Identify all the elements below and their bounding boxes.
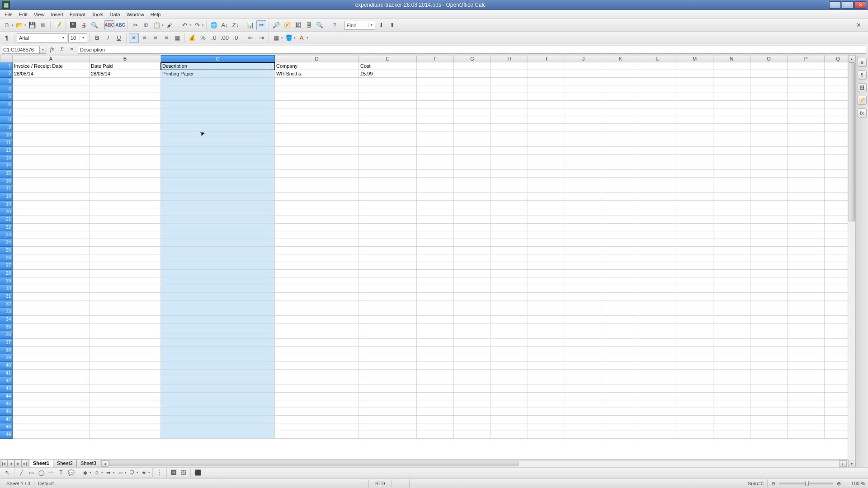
italic-icon[interactable]: I [103,33,113,43]
zoom-out-icon[interactable]: ⊖ [771,479,775,488]
cell[interactable] [491,370,528,377]
row-header[interactable]: 35 [0,324,13,331]
cell[interactable] [90,400,161,408]
cell[interactable] [90,316,161,324]
cell[interactable] [161,300,275,308]
cell[interactable] [713,324,750,331]
cell[interactable] [417,162,454,170]
cell[interactable] [417,316,454,324]
cell[interactable] [713,93,750,101]
cell[interactable] [13,300,90,308]
cell[interactable] [417,300,454,308]
cell[interactable] [528,178,565,185]
cell[interactable] [750,178,788,185]
cell[interactable] [639,354,676,362]
cell[interactable] [454,347,491,354]
cell[interactable] [676,393,713,400]
cell[interactable] [161,339,275,347]
cell[interactable] [491,431,528,439]
cell[interactable] [825,285,848,293]
formula-input[interactable] [78,46,866,54]
cell[interactable] [90,155,161,162]
row-header[interactable]: 27 [0,262,13,270]
cell[interactable] [750,224,788,231]
cell[interactable] [528,277,565,285]
status-sum[interactable]: Sum=0 [410,479,768,488]
cell[interactable] [713,170,750,178]
cell[interactable] [528,400,565,408]
row-header[interactable]: 25 [0,247,13,254]
cell[interactable] [565,316,602,324]
cell[interactable] [825,370,848,377]
cell[interactable] [13,393,90,400]
cell[interactable] [161,216,275,224]
row-header[interactable]: 39 [0,354,13,362]
cell[interactable] [417,423,454,431]
tab-nav-prev[interactable]: ◂ [7,460,14,467]
cell[interactable] [359,324,417,331]
sidebar-functions-icon[interactable]: fx [858,108,867,117]
cell[interactable] [639,162,676,170]
cell[interactable] [713,178,750,185]
cell[interactable] [13,170,90,178]
cell[interactable] [565,385,602,393]
name-box[interactable] [2,46,40,54]
cell[interactable] [359,339,417,347]
cell[interactable] [90,247,161,254]
cell[interactable] [825,224,848,231]
cell[interactable] [639,308,676,316]
sort-desc-icon[interactable]: Z↓ [231,20,241,30]
symbol-shapes-icon[interactable]: ☺ [92,468,101,477]
cell[interactable] [528,108,565,116]
cell[interactable] [161,370,275,377]
cell[interactable] [454,316,491,324]
stars-icon[interactable]: ★ [139,468,148,477]
cell[interactable] [676,239,713,247]
cell[interactable] [825,78,848,85]
cell[interactable] [13,201,90,208]
row-header[interactable]: 1 [0,62,13,70]
cell[interactable] [359,208,417,216]
cell[interactable] [825,216,848,224]
cell[interactable] [676,293,713,300]
cell[interactable] [825,254,848,262]
cell[interactable] [528,347,565,354]
cell[interactable] [161,131,275,139]
cell[interactable] [454,400,491,408]
cell[interactable] [491,85,528,93]
cell[interactable] [13,308,90,316]
cell[interactable] [788,362,825,370]
row-header[interactable]: 43 [0,385,13,393]
cell[interactable] [528,308,565,316]
cell[interactable] [454,178,491,185]
cell[interactable] [359,354,417,362]
cell[interactable] [676,362,713,370]
cell[interactable] [161,347,275,354]
spreadsheet-grid[interactable]: ABCDEFGHIJKLMNOPQ 1Invoice / Receipt Dat… [0,55,848,459]
cell[interactable] [788,147,825,155]
zoom-in-icon[interactable]: ⊕ [837,479,841,488]
cell[interactable] [788,170,825,178]
cell[interactable] [639,324,676,331]
cell[interactable] [676,155,713,162]
cell[interactable] [13,208,90,216]
sidebar-gallery-icon[interactable]: 🖼 [858,83,867,92]
cell[interactable] [491,70,528,78]
cell[interactable] [639,277,676,285]
cell[interactable] [491,400,528,408]
cell[interactable] [359,155,417,162]
cell[interactable] [275,224,359,231]
sum-icon[interactable]: Σ [58,46,66,54]
cell[interactable] [713,362,750,370]
cell[interactable] [359,423,417,431]
row-header[interactable]: 22 [0,224,13,231]
cell[interactable] [90,277,161,285]
cell[interactable] [417,139,454,147]
cell[interactable] [454,416,491,423]
cell[interactable] [750,423,788,431]
cell[interactable] [713,254,750,262]
cell[interactable] [454,324,491,331]
cell[interactable] [417,308,454,316]
cell[interactable] [602,385,639,393]
cell[interactable] [602,423,639,431]
